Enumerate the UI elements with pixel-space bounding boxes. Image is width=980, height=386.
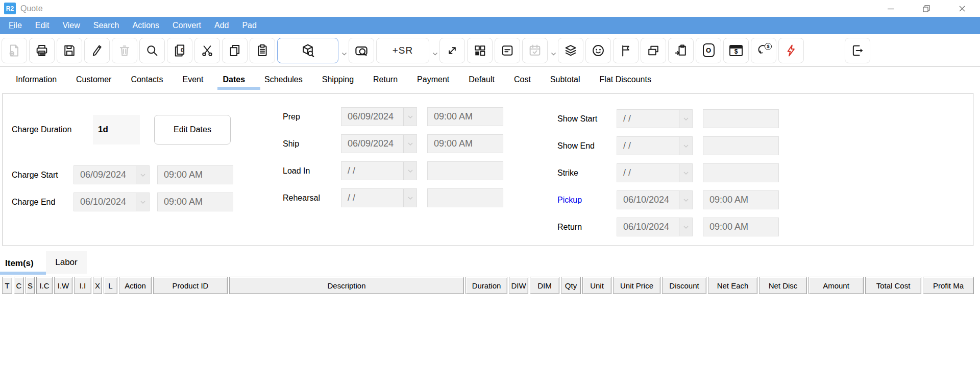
date-dropdown-button[interactable] (136, 193, 149, 211)
time-field[interactable]: 09:00 AM (157, 192, 233, 211)
items-table-body[interactable] (2, 296, 976, 384)
edit-button[interactable] (84, 38, 110, 63)
close-button[interactable] (944, 0, 980, 17)
product-search-button[interactable] (277, 38, 338, 63)
smiley-button[interactable] (585, 38, 611, 63)
tab-return[interactable]: Return (373, 67, 398, 92)
column-header-s[interactable]: S (26, 277, 35, 294)
copy-button[interactable] (222, 38, 248, 63)
zero-items-button[interactable]: O (696, 38, 721, 63)
time-field[interactable]: 09:00 AM (157, 165, 233, 184)
tab-dates[interactable]: Dates (223, 67, 245, 92)
save-button[interactable] (57, 38, 82, 63)
billing-cycle-button[interactable]: $ (751, 38, 776, 63)
menu-item-edit[interactable]: Edit (29, 21, 56, 30)
column-header-diw[interactable]: DIW (509, 277, 528, 294)
menu-item-file[interactable]: File (2, 21, 29, 30)
tab-default[interactable]: Default (469, 67, 495, 92)
edit-dates-button[interactable]: Edit Dates (154, 115, 231, 144)
date-field[interactable]: / / (617, 109, 693, 128)
cut-button[interactable] (194, 38, 220, 63)
date-dropdown-button[interactable] (679, 110, 692, 128)
paste-count-button[interactable]: 0 (167, 38, 192, 63)
column-header-dim[interactable]: DIM (530, 277, 559, 294)
date-dropdown-button[interactable] (679, 164, 692, 182)
invoice-button[interactable]: $ (723, 38, 749, 63)
charge-duration-value[interactable]: 1d (93, 115, 140, 144)
time-field[interactable] (703, 163, 779, 182)
column-header-t[interactable]: T (2, 277, 12, 294)
minimize-button[interactable] (873, 0, 909, 17)
layout-grid-button[interactable] (467, 38, 493, 63)
date-dropdown-button[interactable] (679, 218, 692, 236)
quick-action-button[interactable] (778, 38, 804, 63)
field-label-pickup[interactable]: Pickup (557, 196, 617, 205)
menu-item-view[interactable]: View (56, 21, 86, 30)
date-field[interactable]: 06/10/2024 (74, 192, 150, 211)
flag-button[interactable] (613, 38, 639, 63)
date-field[interactable]: 06/10/2024 (617, 218, 693, 236)
tab-event[interactable]: Event (183, 67, 204, 92)
column-header-discount[interactable]: Discount (662, 277, 706, 294)
date-field[interactable]: 06/09/2024 (74, 165, 150, 184)
column-header-description[interactable]: Description (229, 277, 464, 294)
date-field[interactable]: / / (617, 136, 693, 155)
restore-button[interactable] (909, 0, 944, 17)
tab-customer[interactable]: Customer (76, 67, 111, 92)
column-header-profit-ma[interactable]: Profit Ma (923, 277, 974, 294)
time-field[interactable] (703, 109, 779, 128)
column-header-unit-price[interactable]: Unit Price (613, 277, 660, 294)
date-dropdown-button[interactable] (679, 191, 692, 209)
time-field[interactable] (703, 136, 779, 155)
items-tab-labor[interactable]: Labor (46, 251, 87, 274)
paste-button[interactable] (250, 38, 275, 63)
time-field[interactable]: 09:00 AM (427, 107, 503, 126)
column-header-net-each[interactable]: Net Each (708, 277, 757, 294)
time-field[interactable]: 09:00 AM (427, 134, 503, 153)
tab-payment[interactable]: Payment (417, 67, 449, 92)
time-field[interactable]: 09:00 AM (703, 218, 779, 236)
date-dropdown-button[interactable] (403, 135, 416, 153)
tab-flat-discounts[interactable]: Flat Discounts (600, 67, 651, 92)
print-button[interactable] (29, 38, 55, 63)
date-field[interactable]: / / (341, 188, 417, 207)
column-header-x[interactable]: X (93, 277, 102, 294)
tab-shipping[interactable]: Shipping (322, 67, 354, 92)
column-header-i-w[interactable]: I.W (54, 277, 72, 294)
tab-information[interactable]: Information (16, 67, 57, 92)
receive-box-button[interactable] (668, 38, 694, 63)
date-dropdown-button[interactable] (136, 166, 149, 184)
notes-button[interactable] (495, 38, 520, 63)
date-field[interactable]: 06/09/2024 (341, 134, 417, 153)
expand-button[interactable] (439, 38, 465, 63)
transfer-button[interactable] (641, 38, 666, 63)
add-sr-button[interactable]: +SR (376, 38, 429, 63)
delete-button[interactable] (112, 38, 137, 63)
date-field[interactable]: / / (341, 161, 417, 180)
date-field[interactable]: 06/10/2024 (617, 190, 693, 209)
column-header-product-id[interactable]: Product ID (153, 277, 228, 294)
menu-item-search[interactable]: Search (87, 21, 126, 30)
calendar-button[interactable] (522, 38, 548, 63)
calendar-dropdown[interactable] (550, 38, 557, 63)
menu-item-actions[interactable]: Actions (126, 21, 165, 30)
column-header-unit[interactable]: Unit (582, 277, 611, 294)
column-header-net-disc[interactable]: Net Disc (759, 277, 807, 294)
menu-item-pad[interactable]: Pad (235, 21, 263, 30)
date-dropdown-button[interactable] (403, 108, 416, 126)
column-header-amount[interactable]: Amount (808, 277, 864, 294)
date-field[interactable]: 06/09/2024 (341, 107, 417, 126)
tab-cost[interactable]: Cost (514, 67, 531, 92)
exit-button[interactable] (845, 38, 870, 63)
time-field[interactable] (427, 161, 503, 180)
date-dropdown-button[interactable] (679, 137, 692, 155)
new-quote-button[interactable] (2, 38, 27, 63)
tab-contacts[interactable]: Contacts (131, 67, 163, 92)
search-button[interactable] (139, 38, 165, 63)
layers-button[interactable] (558, 38, 583, 63)
tab-schedules[interactable]: Schedules (264, 67, 303, 92)
column-header-i-i[interactable]: I.I (74, 277, 91, 294)
column-header-i-c[interactable]: I.C (36, 277, 53, 294)
column-header-action[interactable]: Action (119, 277, 152, 294)
time-field[interactable]: 09:00 AM (703, 190, 779, 209)
